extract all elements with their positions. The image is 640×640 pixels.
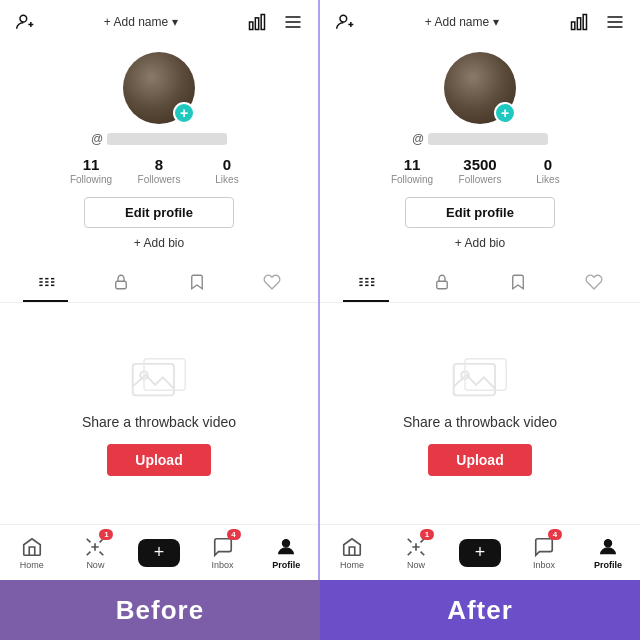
after-followers-stat[interactable]: 3500 Followers: [456, 156, 504, 185]
after-nav-create[interactable]: +: [448, 525, 512, 580]
after-username: @: [412, 132, 548, 146]
before-stats: 11 Following 8 Followers 0 Likes: [67, 156, 251, 185]
before-followers-stat[interactable]: 8 Followers: [135, 156, 183, 185]
after-tab-bookmark[interactable]: [480, 262, 556, 302]
after-header: + Add name ▾: [320, 0, 640, 44]
svg-rect-28: [583, 15, 586, 30]
before-add-bio-button[interactable]: + Add bio: [126, 234, 192, 252]
before-upload-button[interactable]: Upload: [107, 444, 210, 476]
after-tab-heart[interactable]: [556, 262, 632, 302]
before-edit-profile-button[interactable]: Edit profile: [84, 197, 234, 228]
svg-point-22: [283, 539, 290, 546]
before-tabs: [0, 262, 318, 303]
label-bar: Before After: [0, 580, 640, 640]
svg-point-23: [340, 15, 347, 22]
after-content: Share a throwback video Upload: [320, 303, 640, 524]
after-create-button[interactable]: +: [459, 539, 501, 567]
svg-rect-4: [255, 18, 258, 30]
before-content: Share a throwback video Upload: [0, 303, 318, 524]
after-menu-icon[interactable]: [604, 11, 626, 33]
svg-point-45: [604, 539, 611, 546]
after-add-name-button[interactable]: + Add name ▾: [425, 15, 499, 29]
before-bottom-nav: Home 1 Now + 4 Inbox: [0, 524, 318, 580]
before-following-stat[interactable]: 11 Following: [67, 156, 115, 185]
svg-rect-27: [577, 18, 580, 30]
after-add-profile-icon[interactable]: [334, 11, 356, 33]
after-analytics-icon[interactable]: [568, 11, 590, 33]
after-profile: + @ 11 Following 3500 Followers 0 Likes: [320, 44, 640, 262]
before-nav-home[interactable]: Home: [0, 525, 64, 580]
add-name-button[interactable]: + Add name ▾: [104, 15, 178, 29]
after-stats: 11 Following 3500 Followers 0 Likes: [388, 156, 572, 185]
after-throwback-icon: [450, 352, 510, 402]
before-tab-bookmark[interactable]: [159, 262, 235, 302]
before-nav-now[interactable]: 1 Now: [64, 525, 128, 580]
after-panel: + Add name ▾ +: [320, 0, 640, 580]
analytics-icon[interactable]: [246, 11, 268, 33]
svg-rect-18: [116, 281, 127, 289]
before-header: + Add name ▾: [0, 0, 318, 44]
before-panel: + Add name ▾ +: [0, 0, 320, 580]
after-bottom-nav: Home 1 Now + 4 Inbox: [320, 524, 640, 580]
after-nav-inbox[interactable]: 4 Inbox: [512, 525, 576, 580]
svg-rect-26: [571, 22, 574, 30]
before-username: @: [91, 132, 227, 146]
after-nav-profile[interactable]: Profile: [576, 525, 640, 580]
before-inbox-badge: 4: [227, 529, 241, 540]
after-inbox-badge: 4: [548, 529, 562, 540]
before-profile: + @ 11 Following 8 Followers 0 Likes: [0, 44, 318, 262]
after-upload-button[interactable]: Upload: [428, 444, 531, 476]
menu-icon[interactable]: [282, 11, 304, 33]
after-throwback-text: Share a throwback video: [403, 414, 557, 430]
before-avatar: +: [123, 52, 195, 124]
after-following-stat[interactable]: 11 Following: [388, 156, 436, 185]
after-likes-stat[interactable]: 0 Likes: [524, 156, 572, 185]
svg-rect-3: [249, 22, 252, 30]
svg-rect-5: [261, 15, 264, 30]
throwback-icon: [129, 352, 189, 402]
svg-point-0: [20, 15, 27, 22]
avatar-add-icon[interactable]: +: [173, 102, 195, 124]
before-throwback-text: Share a throwback video: [82, 414, 236, 430]
before-label: Before: [0, 580, 320, 640]
svg-rect-41: [437, 281, 448, 289]
after-avatar-add-icon[interactable]: +: [494, 102, 516, 124]
before-nav-create[interactable]: +: [127, 525, 191, 580]
before-likes-stat[interactable]: 0 Likes: [203, 156, 251, 185]
before-tab-grid[interactable]: [8, 262, 84, 302]
after-tab-lock[interactable]: [404, 262, 480, 302]
before-nav-inbox[interactable]: 4 Inbox: [191, 525, 255, 580]
add-profile-icon[interactable]: [14, 11, 36, 33]
after-edit-profile-button[interactable]: Edit profile: [405, 197, 555, 228]
before-tab-lock[interactable]: [84, 262, 160, 302]
after-avatar: +: [444, 52, 516, 124]
after-now-badge: 1: [420, 529, 434, 540]
before-now-badge: 1: [99, 529, 113, 540]
before-tab-heart[interactable]: [235, 262, 311, 302]
after-label: After: [320, 580, 640, 640]
after-nav-now[interactable]: 1 Now: [384, 525, 448, 580]
before-nav-profile[interactable]: Profile: [254, 525, 318, 580]
before-create-button[interactable]: +: [138, 539, 180, 567]
after-add-bio-button[interactable]: + Add bio: [447, 234, 513, 252]
after-tab-grid[interactable]: [328, 262, 404, 302]
after-nav-home[interactable]: Home: [320, 525, 384, 580]
after-tabs: [320, 262, 640, 303]
